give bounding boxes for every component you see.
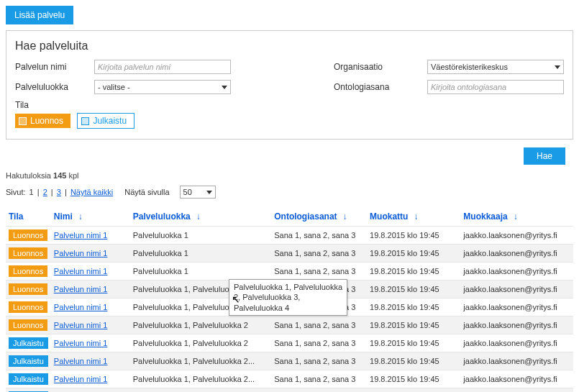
status-badge: Julkaistu — [9, 373, 48, 385]
table-row: JulkaistuPalvelun nimi 1Palveluluokka 1,… — [6, 334, 573, 352]
status-label: Tila — [15, 100, 564, 110]
cell-palveluluokka: Palveluluokka 1, Palveluluokka 2 — [130, 334, 271, 352]
column-header-muokkaaja[interactable]: Muokkaaja↓ — [460, 207, 573, 227]
cell-muokkaaja: jaakko.laaksonen@yritys.fi — [460, 316, 573, 334]
filter-draft-label: Luonnos — [30, 116, 63, 126]
table-row: JulkaistuPalvelun nimi 1Palveluluokka 1,… — [6, 352, 573, 370]
sort-down-icon: ↓ — [514, 211, 518, 222]
column-header-palveluluokka[interactable]: Palveluluokka↓ — [130, 207, 271, 227]
cell-palveluluokka: Palveluluokka 1, Palveluluokka 2 — [130, 298, 271, 316]
cell-muokkaaja: jaakko.laaksonen@yritys.fi — [460, 245, 573, 263]
service-name-link[interactable]: Palvelun nimi 1 — [54, 339, 108, 347]
service-name-link[interactable]: Palvelun nimi 1 — [54, 267, 108, 275]
table-row: LuonnosPalvelun nimi 1Palveluluokka 1, P… — [6, 281, 573, 298]
organisation-select[interactable]: Väestörekisterikeskus — [427, 60, 564, 74]
cell-ontologiasanat: Sana 1, sana 2, sana 3 — [271, 334, 367, 352]
service-name-link[interactable]: Palvelun nimi 1 — [54, 375, 108, 383]
cell-palveluluokka: Palveluluokka 1, Palveluluokka 2 — [130, 316, 271, 334]
table-row: LuonnosPalvelun nimi 1Palveluluokka 1, P… — [6, 298, 573, 316]
cell-palveluluokka: Palveluluokka 1 — [130, 263, 271, 281]
cell-muokkaaja: jaakko.laaksonen@yritys.fi — [460, 298, 573, 316]
status-badge: Luonnos — [9, 301, 47, 313]
status-badge: Luonnos — [9, 229, 47, 241]
chevron-down-icon — [206, 191, 212, 194]
per-page-select[interactable]: 50 — [180, 186, 216, 199]
cell-muokkaaja: jaakko.laaksonen@yritys.fi — [460, 263, 573, 281]
show-all-link[interactable]: Näytä kaikki — [70, 188, 113, 196]
cell-palveluluokka: Palveluluokka 1, Palveluluokka 2... — [130, 388, 271, 393]
table-row: LuonnosPalvelun nimi 1Palveluluokka 1, P… — [6, 316, 573, 334]
filter-published-label: Julkaistu — [93, 116, 127, 126]
column-header-ontologiasanat[interactable]: Ontologiasanat↓ — [271, 207, 367, 227]
checkbox-icon — [81, 117, 89, 125]
cell-muokattu: 19.8.2015 klo 19:45 — [367, 227, 460, 245]
table-row: LuonnosPalvelun nimi 1Palveluluokka 1San… — [6, 263, 573, 281]
status-badge: Luonnos — [9, 265, 47, 277]
cell-muokattu: 19.8.2015 klo 19:45 — [367, 298, 460, 316]
cell-muokkaaja: jaakko.laaksonen@yritys.fi — [460, 334, 573, 352]
sort-down-icon: ↓ — [196, 211, 201, 222]
sort-down-icon: ↓ — [414, 211, 418, 222]
cell-palveluluokka: Palveluluokka 1, Palveluluokka 2... — [130, 370, 271, 388]
cell-ontologiasanat: Sana 1, sana 2, sana 3 — [271, 281, 367, 298]
cell-muokkaaja: jaakko.laaksonen@yritys.fi — [460, 352, 573, 370]
results-table: Tila Nimi↓ Palveluluokka↓ Ontologiasanat… — [6, 207, 573, 392]
cell-palveluluokka: Palveluluokka 1 — [130, 245, 271, 263]
table-row: LuonnosPalvelun nimi 1Palveluluokka 1San… — [6, 227, 573, 245]
cell-ontologiasanat: Sana 1, sana 2, sana 3 — [271, 263, 367, 281]
cell-muokattu: 19.8.2015 klo 19:45 — [367, 388, 460, 393]
table-row: LuonnosPalvelun nimi 1Palveluluokka 1San… — [6, 245, 573, 263]
filter-draft-toggle[interactable]: Luonnos — [15, 114, 70, 128]
chevron-down-icon — [222, 86, 227, 89]
table-row: JulkaistuPalvelun nimi 1Palveluluokka 1,… — [6, 388, 573, 393]
cell-muokkaaja: jaakko.laaksonen@yritys.fi — [460, 370, 573, 388]
pager-page-current: 1 — [29, 188, 34, 196]
cell-muokkaaja: jaakko.laaksonen@yritys.fi — [460, 227, 573, 245]
service-class-value: - valitse - — [98, 83, 130, 91]
service-name-link[interactable]: Palvelun nimi 1 — [54, 249, 108, 257]
cell-muokkaaja: jaakko.laaksonen@yritys.fi — [460, 388, 573, 393]
cell-palveluluokka: Palveluluokka 1, Palveluluokka 2 — [130, 281, 271, 298]
cell-muokattu: 19.8.2015 klo 19:45 — [367, 352, 460, 370]
cell-ontologiasanat: Sana 1, sana 2, sana 3 — [271, 245, 367, 263]
service-name-link[interactable]: Palvelun nimi 1 — [54, 303, 108, 311]
cell-muokkaaja: jaakko.laaksonen@yritys.fi — [460, 281, 573, 298]
cell-muokattu: 19.8.2015 klo 19:45 — [367, 334, 460, 352]
per-page-label: Näytä sivulla — [124, 188, 169, 196]
add-service-button[interactable]: Lisää palvelu — [6, 6, 73, 24]
pager-page-link[interactable]: 2 — [43, 188, 47, 196]
cell-palveluluokka: Palveluluokka 1 — [130, 227, 271, 245]
chevron-down-icon — [555, 65, 560, 69]
service-name-input[interactable] — [94, 60, 231, 74]
cell-muokattu: 19.8.2015 klo 19:45 — [367, 281, 460, 298]
cell-ontologiasanat: Sana 1, sana 2, sana 3 — [271, 388, 367, 393]
status-badge: Luonnos — [9, 283, 47, 295]
search-button[interactable]: Hae — [524, 147, 565, 165]
cell-muokattu: 19.8.2015 klo 19:45 — [367, 263, 460, 281]
status-badge: Luonnos — [9, 247, 47, 259]
service-class-select[interactable]: - valitse - — [94, 80, 231, 94]
cell-ontologiasanat: Sana 1, sana 2, sana 3 — [271, 227, 367, 245]
service-name-link[interactable]: Palvelun nimi 1 — [54, 357, 108, 365]
cell-muokattu: 19.8.2015 klo 19:45 — [367, 316, 460, 334]
column-header-nimi[interactable]: Nimi↓ — [51, 207, 130, 227]
service-class-label: Palveluluokka — [15, 82, 94, 92]
service-name-link[interactable]: Palvelun nimi 1 — [54, 231, 108, 240]
pager-page-link[interactable]: 3 — [57, 188, 61, 196]
organisation-label: Organisaatio — [334, 62, 427, 72]
table-row: JulkaistuPalvelun nimi 1Palveluluokka 1,… — [6, 370, 573, 388]
search-panel: Hae palveluita Palvelun nimi Organisaati… — [6, 30, 573, 140]
service-name-link[interactable]: Palvelun nimi 1 — [54, 285, 108, 293]
column-header-muokattu[interactable]: Muokattu↓ — [367, 207, 460, 227]
organisation-value: Väestörekisterikeskus — [431, 63, 508, 71]
pager: Sivut: 1 | 2 | 3 | Näytä kaikki — [6, 188, 114, 196]
column-header-tila[interactable]: Tila — [6, 207, 51, 227]
cell-ontologiasanat: Sana 1, sana 2, sana 3 — [271, 352, 367, 370]
service-name-link[interactable]: Palvelun nimi 1 — [54, 321, 108, 329]
ontology-input[interactable] — [427, 80, 564, 94]
cell-palveluluokka: Palveluluokka 1, Palveluluokka 2... — [130, 352, 271, 370]
sort-down-icon: ↓ — [78, 211, 83, 222]
cell-ontologiasanat: Sana 1, sana 2, sana 3 — [271, 316, 367, 334]
status-badge: Julkaistu — [9, 337, 48, 349]
filter-published-toggle[interactable]: Julkaistu — [77, 113, 135, 129]
